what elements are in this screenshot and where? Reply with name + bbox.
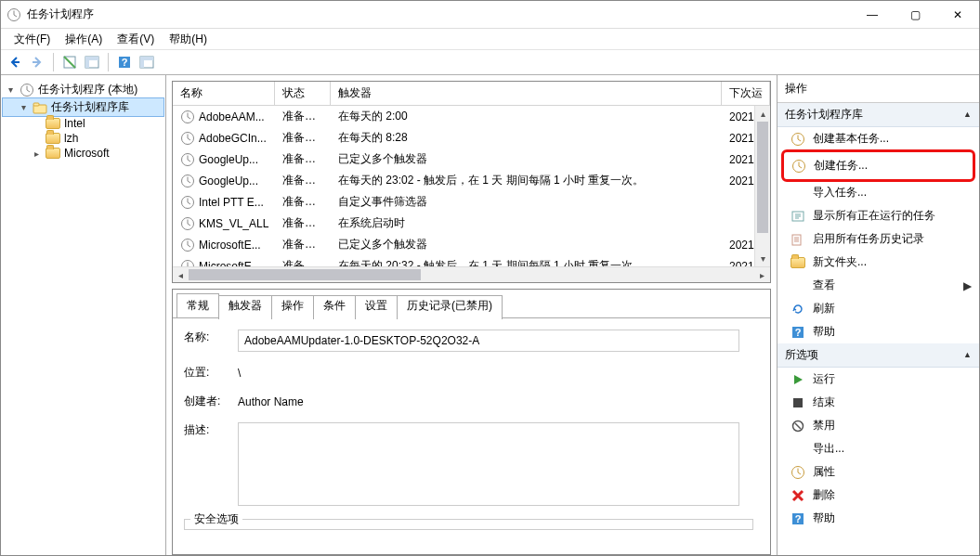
col-header-trigger[interactable]: 触发器 — [331, 82, 722, 105]
tree-item-intel[interactable]: Intel — [3, 116, 163, 131]
tree-item-lzh[interactable]: lzh — [3, 131, 163, 146]
layout-button[interactable] — [82, 52, 102, 72]
scroll-left-arrow[interactable]: ◂ — [173, 267, 189, 282]
action-create-task-highlight: 创建任务... — [781, 149, 975, 182]
task-status: 准备就绪 — [275, 149, 331, 169]
folder-icon — [791, 257, 805, 268]
detail-panel: 常规 触发器 操作 条件 设置 历史记录(已禁用) 名称: AdobeAAMUp… — [172, 289, 771, 555]
tree-expand-icon[interactable]: ▾ — [5, 84, 16, 96]
task-clock-icon — [180, 131, 195, 146]
scroll-up-arrow[interactable]: ▴ — [755, 106, 770, 122]
task-row[interactable]: KMS_VL_ALL准备就绪在系统启动时 — [173, 213, 770, 234]
horizontal-scrollbar[interactable]: ◂ ▸ — [173, 266, 770, 282]
forward-button[interactable] — [27, 52, 47, 72]
tab-general[interactable]: 常规 — [176, 293, 219, 317]
library-icon — [33, 100, 47, 115]
close-button[interactable]: ✕ — [936, 1, 979, 29]
action-view[interactable]: 查看 ▶ — [777, 274, 979, 297]
action-export[interactable]: 导出... — [777, 437, 979, 460]
action-enable-history[interactable]: 启用所有任务历史记录 — [777, 227, 979, 251]
action-delete[interactable]: 删除 — [777, 484, 979, 507]
vertical-scrollbar[interactable]: ▴ ▾ — [754, 106, 770, 266]
help-icon-button[interactable]: ? — [114, 52, 135, 72]
action-end[interactable]: 结束 — [777, 391, 979, 414]
actions-pane: 操作 任务计划程序库 ▲ 创建基本任务... 创建任务... — [777, 75, 979, 555]
action-import-task[interactable]: 导入任务... — [777, 181, 979, 204]
tab-actions[interactable]: 操作 — [271, 295, 314, 319]
action-disable[interactable]: 禁用 — [777, 414, 979, 437]
task-status: 准备就绪 — [275, 128, 331, 148]
task-row[interactable]: MicrosoftE...准备就绪在每天的 20:32 - 触发后，在 1 天 … — [173, 255, 770, 266]
tree-expand-icon[interactable]: ▸ — [31, 148, 42, 159]
actions-section-lib[interactable]: 任务计划程序库 ▲ — [777, 103, 979, 127]
action-new-folder[interactable]: 新文件夹... — [777, 251, 979, 274]
task-status: 准备就绪 — [275, 107, 331, 126]
task-row[interactable]: Intel PTT E...准备就绪自定义事件筛选器 — [173, 191, 770, 213]
description-field[interactable] — [238, 422, 739, 506]
svg-rect-4 — [89, 57, 98, 60]
disable-icon — [791, 419, 805, 433]
action-create-basic-task[interactable]: 创建基本任务... — [777, 127, 979, 150]
task-trigger: 在系统启动时 — [331, 213, 722, 233]
task-name: Intel PTT E... — [199, 196, 264, 209]
tree-expand-icon[interactable]: ▾ — [18, 102, 29, 113]
task-trigger: 在每天的 23:02 - 触发后，在 1 天 期间每隔 1 小时 重复一次。 — [331, 171, 722, 190]
minimize-button[interactable]: — — [851, 1, 894, 29]
tab-settings[interactable]: 设置 — [355, 295, 398, 319]
scroll-thumb[interactable] — [757, 122, 768, 233]
menu-view[interactable]: 查看(V) — [110, 30, 162, 49]
task-status: 准备就绪 — [275, 213, 331, 233]
action-create-task[interactable]: 创建任务... — [791, 154, 971, 177]
action-refresh[interactable]: 刷新 — [777, 297, 979, 320]
task-trigger: 已定义多个触发器 — [331, 149, 722, 169]
folder-icon — [46, 148, 60, 159]
maximize-button[interactable]: ▢ — [894, 1, 936, 29]
tree-root[interactable]: ▾ 任务计划程序 (本地) — [3, 81, 163, 98]
task-row[interactable]: AdobeGCIn...准备就绪在每天的 8:282021/ — [173, 127, 770, 149]
tree-item-label: Intel — [64, 117, 85, 130]
scroll-down-arrow[interactable]: ▾ — [755, 251, 770, 266]
action-label: 启用所有任务历史记录 — [813, 231, 924, 247]
col-header-next[interactable]: 下次运 — [722, 82, 770, 105]
security-options-fieldset: 安全选项 — [184, 519, 753, 530]
action-help[interactable]: ? 帮助 — [777, 320, 979, 343]
scroll-thumb[interactable] — [189, 269, 421, 280]
refresh-icon — [791, 302, 805, 317]
actions-section-selected[interactable]: 所选项 ▲ — [777, 343, 979, 368]
tab-conditions[interactable]: 条件 — [313, 295, 356, 319]
tab-history[interactable]: 历史记录(已禁用) — [397, 295, 503, 319]
nav-tree[interactable]: ▾ 任务计划程序 (本地) ▾ 任务计划程序库 Intel lzh ▸ Micr… — [1, 75, 166, 555]
name-label: 名称: — [184, 330, 238, 345]
task-row[interactable]: GoogleUp...准备就绪已定义多个触发器2021/ — [173, 149, 770, 170]
action-help-2[interactable]: ? 帮助 — [777, 507, 979, 530]
action-properties[interactable]: 属性 — [777, 460, 979, 484]
svg-text:?: ? — [122, 57, 128, 68]
author-label: 创建者: — [184, 394, 238, 409]
menu-action[interactable]: 操作(A) — [58, 30, 110, 49]
menu-help[interactable]: 帮助(H) — [162, 30, 215, 49]
stop-icon — [791, 395, 805, 410]
name-field[interactable]: AdobeAAMUpdater-1.0-DESKTOP-52Q2O32-A — [238, 330, 739, 352]
col-header-name[interactable]: 名称 — [173, 82, 275, 105]
action-run[interactable]: 运行 — [777, 368, 979, 391]
tab-triggers[interactable]: 触发器 — [218, 295, 272, 319]
action-show-running[interactable]: 显示所有正在运行的任务 — [777, 204, 979, 227]
actions-pane-header: 操作 — [777, 75, 979, 103]
task-row[interactable]: MicrosoftE...准备就绪已定义多个触发器2021/ — [173, 234, 770, 255]
security-options-label: 安全选项 — [190, 511, 242, 527]
help-icon: ? — [791, 511, 805, 526]
back-button[interactable] — [5, 52, 25, 72]
menu-file[interactable]: 文件(F) — [7, 30, 58, 49]
export-icon — [791, 442, 805, 457]
status-toggle-button[interactable] — [59, 52, 80, 72]
task-clock-icon — [180, 195, 195, 210]
task-row[interactable]: AdobeAAM...准备就绪在每天的 2:002021/ — [173, 106, 770, 127]
tree-item-microsoft[interactable]: ▸ Microsoft — [3, 146, 163, 161]
scroll-right-arrow[interactable]: ▸ — [754, 267, 770, 282]
task-row[interactable]: GoogleUp...准备就绪在每天的 23:02 - 触发后，在 1 天 期间… — [173, 170, 770, 191]
task-trigger: 已定义多个触发器 — [331, 235, 722, 254]
col-header-status[interactable]: 状态 — [275, 82, 331, 105]
secondary-layout-button[interactable] — [137, 52, 157, 72]
tree-lib[interactable]: ▾ 任务计划程序库 — [3, 98, 163, 116]
svg-rect-9 — [140, 60, 144, 68]
